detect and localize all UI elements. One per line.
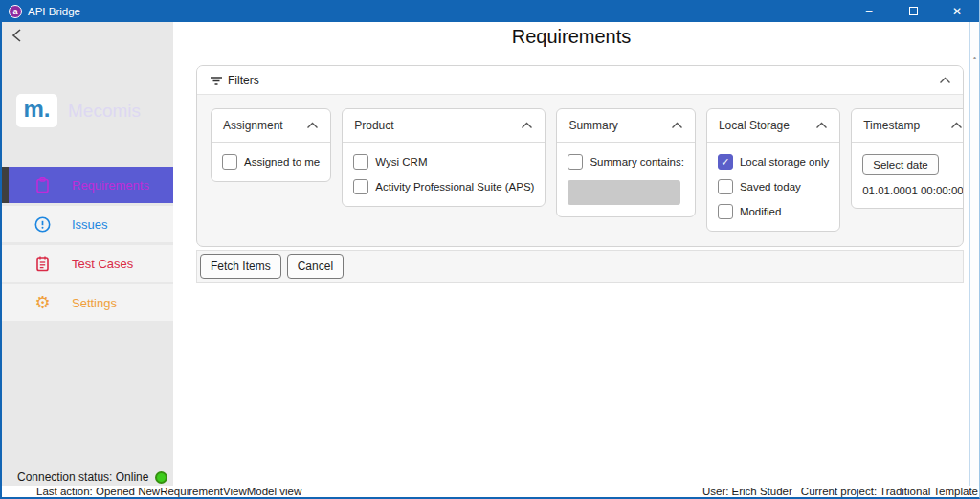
selection-indicator	[2, 167, 9, 203]
group-header[interactable]: Summary	[557, 109, 694, 143]
filters-body: Assignment Assigned to me	[197, 95, 963, 246]
filters-header[interactable]: Filters	[197, 66, 963, 95]
summary-text-input	[568, 180, 680, 205]
group-header[interactable]: Local Storage	[707, 109, 839, 143]
window-controls: – ✕	[847, 0, 979, 22]
close-button[interactable]: ✕	[935, 0, 979, 22]
sidebar-item-label: Issues	[72, 217, 108, 232]
filters-title: Filters	[228, 74, 259, 87]
logo-text: Mecomis	[68, 101, 141, 122]
chevron-left-icon	[10, 27, 27, 44]
filter-group-local-storage: Local Storage ✓ Local storage only	[706, 108, 840, 232]
checkbox-modified[interactable]: Modified	[718, 204, 829, 219]
session-info: User: Erich Studer Current project: Trad…	[702, 486, 979, 497]
sidebar-item-settings[interactable]: ⚙ Settings	[2, 284, 173, 321]
project-text: Current project: Traditional Template	[801, 486, 978, 497]
chevron-up-icon	[939, 77, 951, 84]
last-action-text: Last action: Opened NewRequirementViewMo…	[36, 486, 301, 497]
online-status-icon	[155, 471, 167, 484]
notepad-icon	[33, 255, 52, 273]
checkbox-local-storage-only[interactable]: ✓ Local storage only	[718, 154, 829, 170]
checkbox-label: Wysi CRM	[375, 156, 427, 168]
back-button[interactable]	[10, 27, 27, 44]
actions-row: Fetch Items Cancel	[196, 250, 964, 283]
sidebar-nav: Requirements Issues	[2, 167, 173, 324]
filter-group-assignment: Assignment Assigned to me	[211, 108, 331, 182]
titlebar: a API Bridge – ✕	[2, 0, 979, 22]
scroll-up-icon[interactable]: ▴	[970, 55, 979, 60]
group-title: Summary	[568, 119, 617, 132]
sidebar-item-test-cases[interactable]: Test Cases	[2, 245, 173, 282]
main-content: Requirements Filters	[173, 22, 969, 486]
checkbox-assigned-to-me[interactable]: Assigned to me	[222, 154, 320, 170]
checkbox[interactable]	[353, 179, 368, 194]
sidebar: m. Mecomis Requirements	[2, 22, 173, 486]
checkbox[interactable]	[222, 154, 237, 170]
group-header[interactable]: Assignment	[212, 109, 330, 143]
sidebar-item-requirements[interactable]: Requirements	[2, 167, 173, 203]
gear-icon: ⚙	[33, 294, 52, 312]
collapse-filters-button[interactable]	[939, 77, 951, 84]
chevron-up-icon	[671, 122, 683, 129]
sidebar-item-label: Settings	[72, 296, 117, 310]
filter-group-timestamp: Timestamp Select date 01.01.0001 00:00:0…	[851, 108, 964, 209]
filters-panel: Filters Assignment	[196, 65, 964, 247]
page-title: Requirements	[173, 26, 969, 48]
checkbox-label: Local storage only	[740, 156, 829, 168]
checkbox-label: Activity Professional Suite (APS)	[375, 181, 534, 193]
filter-group-product: Product Wysi CRM	[342, 108, 546, 207]
group-title: Assignment	[223, 119, 283, 132]
timestamp-value: 01.01.0001 00:00:00	[862, 185, 964, 196]
minimize-button[interactable]: –	[847, 0, 891, 22]
clipboard-icon	[33, 176, 52, 194]
connection-status: Connection status: Online	[17, 470, 167, 484]
cancel-button[interactable]: Cancel	[287, 254, 344, 279]
checkmark-icon: ✓	[721, 156, 729, 169]
connection-status-label: Connection status: Online	[17, 470, 148, 484]
checkbox-label: Modified	[740, 206, 781, 217]
app-window: a API Bridge – ✕ m. Mecomis	[0, 0, 980, 499]
maximize-button[interactable]	[891, 0, 935, 22]
checkbox[interactable]	[353, 154, 368, 170]
filters-section: Filters Assignment	[196, 65, 964, 283]
checkbox-summary-contains[interactable]: Summary contains:	[568, 154, 683, 170]
group-title: Local Storage	[719, 119, 790, 132]
fetch-items-button[interactable]: Fetch Items	[200, 254, 281, 279]
filter-icon	[209, 74, 224, 87]
app-title: API Bridge	[28, 6, 80, 17]
filter-group-summary: Summary Summary contains:	[556, 108, 695, 217]
checkbox-label: Assigned to me	[244, 156, 320, 168]
logo: m. Mecomis	[16, 94, 141, 127]
checkbox-saved-today[interactable]: Saved today	[718, 179, 829, 194]
checkbox[interactable]	[718, 204, 733, 219]
exclamation-circle-icon	[33, 215, 52, 234]
group-title: Timestamp	[863, 119, 920, 132]
chevron-up-icon	[306, 122, 319, 129]
maximize-icon	[909, 7, 918, 15]
checkbox-label: Summary contains:	[590, 156, 683, 168]
checkbox[interactable]	[568, 154, 583, 170]
sidebar-item-label: Test Cases	[72, 257, 133, 271]
group-header[interactable]: Timestamp	[852, 109, 964, 143]
mecomis-logo-icon: m.	[16, 94, 57, 127]
sidebar-item-label: Requirements	[72, 178, 149, 193]
checkbox[interactable]: ✓	[718, 154, 733, 170]
chevron-up-icon	[521, 122, 533, 129]
checkbox-aps[interactable]: Activity Professional Suite (APS)	[353, 179, 534, 194]
chevron-up-icon	[950, 122, 963, 129]
checkbox[interactable]	[718, 179, 733, 194]
checkbox-label: Saved today	[740, 181, 801, 193]
group-header[interactable]: Product	[343, 109, 545, 143]
group-title: Product	[354, 119, 393, 132]
status-bar: Last action: Opened NewRequirementViewMo…	[2, 486, 979, 497]
app-icon: a	[9, 5, 22, 18]
checkbox-wysi-crm[interactable]: Wysi CRM	[353, 154, 534, 170]
select-date-button[interactable]: Select date	[862, 154, 939, 175]
scrollbar-track[interactable]: ▴	[969, 22, 979, 486]
sidebar-item-issues[interactable]: Issues	[2, 206, 173, 242]
user-text: User: Erich Studer	[702, 486, 792, 497]
chevron-up-icon	[815, 122, 828, 129]
